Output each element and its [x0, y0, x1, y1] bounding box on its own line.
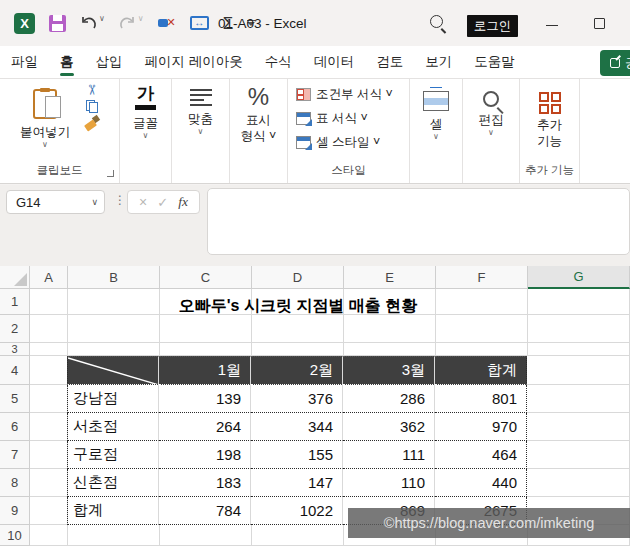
column-header-a[interactable]: A [30, 266, 68, 289]
cut-icon[interactable]: ✂ [84, 84, 98, 96]
cell[interactable] [30, 315, 68, 343]
cell[interactable] [528, 289, 630, 315]
tab-help[interactable]: 도움말 [463, 46, 526, 78]
cell[interactable] [68, 343, 160, 356]
column-header-c[interactable]: C [160, 266, 252, 289]
cell[interactable] [527, 469, 630, 497]
login-button[interactable]: 로그인 [467, 15, 518, 37]
branch-name-cell[interactable]: 신촌점 [67, 469, 159, 497]
tab-formulas[interactable]: 수식 [254, 46, 303, 78]
value-cell[interactable]: 198 [159, 441, 251, 469]
alignment-dropdown-icon[interactable]: ∨ [198, 128, 204, 136]
row-header-6[interactable]: 6 [0, 413, 30, 441]
format-painter-icon[interactable] [84, 116, 99, 130]
font-dropdown-icon[interactable]: ∨ [143, 132, 149, 140]
branch-name-cell[interactable]: 구로점 [67, 441, 159, 469]
conditional-formatting-button[interactable]: 조건부 서식 ˅ [296, 86, 393, 103]
column-header-g-selected[interactable]: G [528, 266, 630, 289]
row-header-7[interactable]: 7 [0, 441, 30, 469]
branch-name-cell[interactable]: 강남점 [67, 385, 159, 413]
cell[interactable] [30, 289, 68, 315]
clipboard-dialog-launcher-icon[interactable] [107, 170, 114, 177]
cell[interactable] [528, 315, 630, 343]
cell[interactable] [30, 441, 68, 469]
table-header-total[interactable]: 합계 [435, 356, 527, 385]
tab-insert[interactable]: 삽입 [85, 46, 134, 78]
total-value-cell[interactable]: 1022 [251, 497, 343, 525]
addins-button[interactable]: 추가 기능 [537, 85, 562, 149]
enter-icon[interactable]: ✓ [157, 195, 168, 210]
redo-button[interactable]: ∨ [119, 15, 144, 31]
name-box[interactable]: G14 ∨ [6, 190, 105, 214]
cell[interactable] [527, 441, 630, 469]
name-box-dropdown-icon[interactable]: ∨ [91, 197, 98, 207]
cell[interactable] [527, 356, 630, 385]
undo-dropdown-icon[interactable]: ∨ [99, 15, 105, 23]
value-cell[interactable]: 376 [251, 385, 343, 413]
total-value-cell[interactable]: 784 [159, 497, 251, 525]
cell-styles-button[interactable]: 셀 스타일 ˅ [296, 134, 380, 151]
cell[interactable] [30, 497, 68, 525]
table-header-mar[interactable]: 3월 [343, 356, 435, 385]
cell[interactable] [160, 343, 252, 356]
paste-dropdown-icon[interactable]: ∨ [42, 141, 48, 149]
cell[interactable] [30, 385, 68, 413]
search-icon[interactable] [430, 15, 443, 28]
undo-button[interactable]: ∨ [80, 15, 105, 31]
row-header-8[interactable]: 8 [0, 469, 30, 497]
font-button[interactable]: 가 글꼴 ∨ [133, 85, 158, 140]
value-cell[interactable]: 155 [251, 441, 343, 469]
value-cell[interactable]: 440 [435, 469, 527, 497]
format-as-table-button[interactable]: 표 서식 ˅ [296, 110, 368, 127]
cell[interactable] [527, 413, 630, 441]
value-cell[interactable]: 111 [343, 441, 435, 469]
column-header-e[interactable]: E [344, 266, 436, 289]
row-header-3[interactable]: 3 [0, 343, 30, 356]
editing-button[interactable]: 편집 ∨ [479, 85, 504, 137]
value-cell[interactable]: 344 [251, 413, 343, 441]
branch-name-cell[interactable]: 서초점 [67, 413, 159, 441]
cell[interactable] [252, 525, 344, 546]
tab-review[interactable]: 검토 [365, 46, 414, 78]
alignment-button[interactable]: 맞춤 ∨ [188, 85, 213, 136]
column-header-d[interactable]: D [252, 266, 344, 289]
cell[interactable] [30, 525, 68, 546]
formula-bar-input[interactable] [207, 188, 630, 255]
tab-page-layout[interactable]: 페이지 레이아웃 [134, 46, 254, 78]
editing-dropdown-icon[interactable]: ∨ [488, 129, 494, 137]
row-header-10[interactable]: 10 [0, 525, 30, 546]
delete-cells-icon[interactable]: ✕ [158, 16, 176, 30]
table-corner-cell[interactable] [67, 356, 159, 385]
total-label-cell[interactable]: 합계 [67, 497, 159, 525]
row-header-2[interactable]: 2 [0, 315, 30, 343]
maximize-button[interactable] [594, 18, 605, 29]
share-button[interactable]: 공 [600, 50, 630, 76]
tab-view[interactable]: 보기 [414, 46, 463, 78]
value-cell[interactable]: 139 [159, 385, 251, 413]
table-header-jan[interactable]: 1월 [159, 356, 251, 385]
value-cell[interactable]: 970 [435, 413, 527, 441]
cell[interactable] [30, 413, 68, 441]
tab-data[interactable]: 데이터 [303, 46, 366, 78]
cells-button[interactable]: 셀 ∨ [423, 85, 449, 141]
cell[interactable] [252, 343, 344, 356]
cancel-icon[interactable]: × [139, 194, 147, 210]
tab-file[interactable]: 파일 [0, 46, 49, 78]
value-cell[interactable]: 183 [159, 469, 251, 497]
value-cell[interactable]: 147 [251, 469, 343, 497]
value-cell[interactable]: 264 [159, 413, 251, 441]
value-cell[interactable]: 801 [435, 385, 527, 413]
cell[interactable] [160, 525, 252, 546]
tab-home[interactable]: 홈 [49, 46, 85, 78]
value-cell[interactable]: 464 [435, 441, 527, 469]
cell[interactable] [436, 343, 528, 356]
cell[interactable] [344, 343, 436, 356]
insert-function-icon[interactable]: fx [178, 194, 188, 210]
row-header-5[interactable]: 5 [0, 385, 30, 413]
cell[interactable] [68, 525, 160, 546]
cell[interactable] [30, 343, 68, 356]
paste-button[interactable]: 붙여넣기 ∨ [20, 89, 70, 149]
row-header-9[interactable]: 9 [0, 497, 30, 525]
copy-icon[interactable] [86, 100, 98, 113]
column-width-icon[interactable]: ↔ [190, 16, 209, 30]
